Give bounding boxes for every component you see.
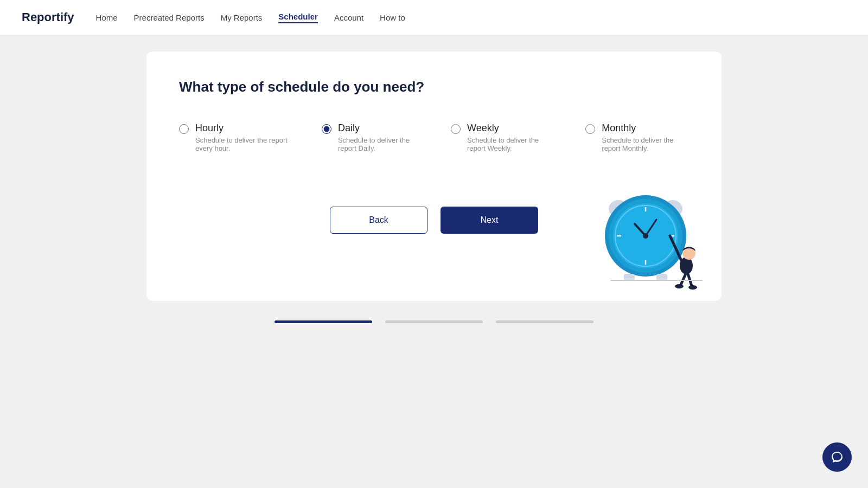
- progress-step-2: [385, 320, 483, 323]
- nav-how-to[interactable]: How to: [380, 13, 405, 22]
- svg-line-18: [681, 274, 686, 285]
- card-title: What type of schedule do you need?: [179, 79, 689, 95]
- option-weekly[interactable]: Weekly Schedule to deliver the report We…: [451, 123, 553, 152]
- options-row: Hourly Schedule to deliver the report ev…: [179, 123, 689, 152]
- svg-point-20: [675, 284, 684, 288]
- schedule-card: What type of schedule do you need? Hourl…: [146, 52, 722, 301]
- nav-home[interactable]: Home: [96, 13, 118, 22]
- back-button[interactable]: Back: [330, 207, 427, 234]
- option-weekly-title: Weekly: [467, 123, 553, 134]
- option-daily-desc: Schedule to deliver the report Daily.: [338, 136, 418, 152]
- nav-precreated-reports[interactable]: Precreated Reports: [134, 13, 205, 22]
- svg-rect-14: [656, 274, 667, 280]
- clock-illustration: [586, 176, 705, 301]
- svg-rect-13: [624, 274, 635, 280]
- radio-hourly[interactable]: [179, 124, 189, 134]
- svg-point-12: [643, 233, 648, 239]
- chat-button[interactable]: [822, 442, 852, 472]
- option-daily-title: Daily: [338, 123, 418, 134]
- main-nav: Home Precreated Reports My Reports Sched…: [96, 12, 405, 23]
- page-content: What type of schedule do you need? Hourl…: [0, 35, 868, 339]
- option-monthly-title: Monthly: [602, 123, 689, 134]
- option-hourly-desc: Schedule to deliver the report every hou…: [195, 136, 289, 152]
- radio-daily[interactable]: [322, 124, 331, 134]
- option-monthly[interactable]: Monthly Schedule to deliver the report M…: [585, 123, 689, 152]
- svg-point-21: [688, 285, 697, 290]
- progress-step-3: [496, 320, 593, 323]
- progress-step-1: [275, 320, 372, 323]
- option-monthly-desc: Schedule to deliver the report Monthly.: [602, 136, 689, 152]
- option-hourly[interactable]: Hourly Schedule to deliver the report ev…: [179, 123, 289, 152]
- brand-logo: Reportify: [22, 10, 74, 24]
- next-button[interactable]: Next: [441, 207, 538, 234]
- radio-weekly[interactable]: [451, 124, 461, 134]
- option-weekly-desc: Schedule to deliver the report Weekly.: [467, 136, 553, 152]
- topbar: Reportify Home Precreated Reports My Rep…: [0, 0, 868, 35]
- nav-account[interactable]: Account: [334, 13, 363, 22]
- nav-my-reports[interactable]: My Reports: [221, 13, 263, 22]
- radio-monthly[interactable]: [585, 124, 595, 134]
- progress-steps: [275, 320, 593, 323]
- option-daily[interactable]: Daily Schedule to deliver the report Dai…: [322, 123, 418, 152]
- nav-scheduler[interactable]: Scheduler: [278, 12, 318, 23]
- option-hourly-title: Hourly: [195, 123, 289, 134]
